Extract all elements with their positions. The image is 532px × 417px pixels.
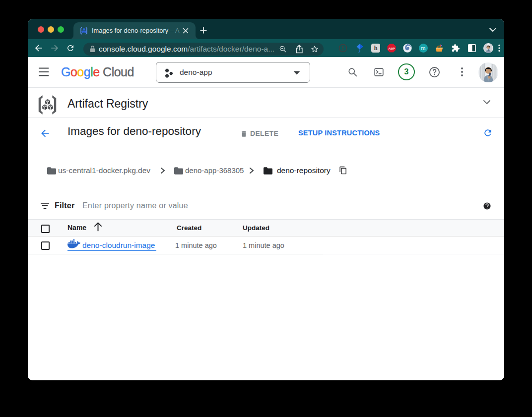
svg-text:ABP: ABP (388, 47, 395, 50)
